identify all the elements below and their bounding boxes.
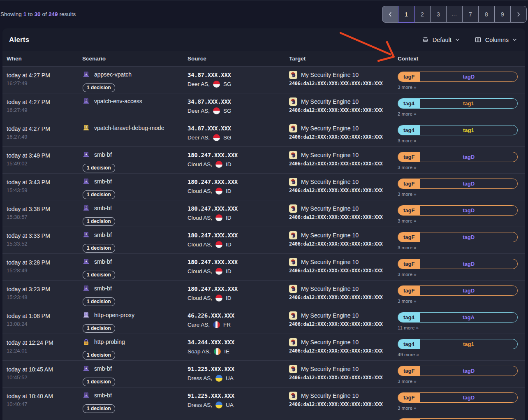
results-toolbar: Showing 1 to 30 of 249 results 123...789: [0, 0, 528, 28]
table-row[interactable]: today at 3:38 PM 15:38:57: [2, 200, 525, 227]
table-row[interactable]: today at 1:08 PM 13:08:24: [2, 307, 525, 334]
scenario-name: smb-bf: [94, 232, 112, 239]
target-ipv6: 2406:da12:XXX:XXX:XXX:XXX:XXX:XXX: [289, 348, 394, 354]
target-ipv6: 2406:da12:XXX:XXX:XXX:XXX:XXX:XXX: [289, 295, 394, 300]
table-row[interactable]: today at 3:43 PM 15:43:59: [2, 174, 525, 200]
country-code: IE: [224, 348, 229, 355]
context-cell: tag4 tag1 49 more »: [398, 338, 522, 357]
scenario-cell: smb-bf 1 decision: [82, 365, 188, 386]
decision-badge: 1 decision: [83, 84, 115, 92]
more-tags-link[interactable]: 3 more »: [398, 245, 518, 250]
scenario-cell: vpatch-env-access: [82, 97, 188, 107]
decision-badge: 1 decision: [83, 190, 115, 199]
source-cell: 34.87.XXX.XXX Deer AS, SG: [188, 71, 289, 88]
more-tags-link[interactable]: 2 more »: [398, 111, 518, 116]
scenario-name: http-open-proxy: [94, 312, 134, 319]
more-tags-link[interactable]: 3 more »: [398, 272, 518, 277]
scenario-name: vpatch-env-access: [94, 98, 142, 105]
source-ip: 180.247.XXX.XXX: [188, 285, 285, 292]
context-pill[interactable]: tagF tagD: [398, 259, 518, 269]
source-as-name: Cloud AS,: [188, 241, 212, 248]
page-button-8[interactable]: 8: [478, 6, 495, 23]
more-tags-link[interactable]: 49 more »: [398, 352, 518, 357]
table-row[interactable]: today at 3:49 PM 15:49:02: [2, 147, 525, 174]
next-page-button[interactable]: [510, 6, 527, 23]
columns-selector-label: Columns: [485, 37, 509, 43]
source-ip: 91.225.XXX.XXX: [188, 392, 285, 399]
tag-right: tagD: [420, 206, 517, 215]
table-row[interactable]: today at 4:27 PM 16:27:49: [2, 67, 525, 93]
more-tags-link[interactable]: 3 more »: [398, 165, 518, 170]
context-pill[interactable]: tagF tagD: [398, 366, 518, 376]
source-cell: 34.87.XXX.XXX Deer AS, SG: [188, 124, 289, 141]
target-name: My Security Engine 10: [301, 205, 359, 212]
laptop-purple-icon: [82, 97, 90, 107]
target-ipv6: 2406:da12:XXX:XXX:XXX:XXX:XXX:XXX: [289, 214, 394, 220]
columns-selector-dropdown[interactable]: Columns: [475, 36, 517, 43]
alert-time-relative: today at 10:45 AM: [7, 366, 78, 373]
view-selector-dropdown[interactable]: Default: [422, 36, 460, 43]
table-row[interactable]: today at 4:27 PM 16:27:49: [2, 93, 525, 120]
table-row[interactable]: today at 12:24 PM 12:24:01: [2, 334, 525, 361]
security-engine-icon: [289, 231, 297, 239]
alert-time-exact: 16:27:49: [7, 134, 78, 140]
lock-icon: [82, 338, 90, 348]
decision-badge: 1 decision: [83, 351, 115, 360]
page-button-3[interactable]: 3: [430, 6, 447, 23]
more-tags-link[interactable]: 3 more »: [398, 85, 518, 90]
table-row[interactable]: today at 4:27 PM 16:27:49: [2, 120, 525, 147]
more-tags-link[interactable]: 3 more »: [398, 218, 518, 223]
page-button-9[interactable]: 9: [494, 6, 511, 23]
target-cell: My Security Engine 10 2406:da12:XXX:XXX:…: [289, 338, 398, 354]
context-pill[interactable]: tagF tagD: [398, 179, 518, 189]
source-cell: 180.247.XXX.XXX Cloud AS, ID: [188, 178, 289, 195]
context-pill[interactable]: tagF tagD: [398, 205, 518, 216]
context-pill[interactable]: tag4 tag1: [398, 98, 518, 109]
source-as-name: Soap AS,: [188, 348, 211, 355]
more-tags-link[interactable]: 3 more »: [398, 192, 518, 197]
context-pill[interactable]: tag4 tag1: [398, 339, 518, 349]
context-pill[interactable]: tagF tagD: [398, 392, 518, 403]
when-cell: today at 3:23 PM 15:23:48: [7, 285, 82, 300]
results-from: 1: [23, 11, 27, 17]
table-row[interactable]: today at 3:23 PM 15:23:48: [2, 281, 525, 307]
partial-row[interactable]: tagF tagD: [2, 414, 525, 420]
more-tags-link[interactable]: 3 more »: [398, 138, 518, 143]
more-tags-link[interactable]: 11 more »: [398, 325, 518, 330]
summary-word: to: [28, 11, 32, 17]
tag-right: tagD: [420, 286, 517, 295]
more-tags-link[interactable]: 3 more »: [398, 299, 518, 304]
table-row[interactable]: today at 3:33 PM 15:33:52: [2, 227, 525, 254]
source-as-name: Dress AS,: [188, 402, 212, 408]
scenario-cell: smb-bf 1 decision: [82, 204, 188, 226]
target-name: My Security Engine 10: [301, 72, 359, 78]
target-ipv6: 2406:da12:XXX:XXX:XXX:XXX:XXX:XXX: [289, 375, 394, 381]
context-pill[interactable]: tagF tagD: [398, 418, 518, 420]
column-header-source: Source: [188, 56, 289, 62]
context-pill[interactable]: tagF tagD: [398, 152, 518, 162]
country-flag: [213, 134, 220, 141]
summary-word: results: [59, 11, 76, 17]
context-pill[interactable]: tag4 tagA: [398, 312, 518, 323]
context-pill[interactable]: tagF tagD: [398, 285, 518, 296]
more-tags-link[interactable]: 3 more »: [398, 379, 518, 384]
more-tags-link[interactable]: 3 more »: [398, 406, 518, 411]
tag-left: tag4: [398, 313, 420, 322]
prev-page-button[interactable]: [382, 6, 398, 23]
target-cell: My Security Engine 10 2406:da12:XXX:XXX:…: [289, 178, 398, 193]
scenario-name: smb-bf: [94, 258, 112, 266]
context-pill[interactable]: tagF tagD: [398, 72, 518, 82]
table-row[interactable]: today at 10:40 AM 10:40:47: [2, 388, 525, 414]
table-row[interactable]: today at 10:45 AM 10:45:52: [2, 361, 525, 388]
table-row[interactable]: today at 3:28 PM 15:28:49: [2, 254, 525, 281]
table-header-row: When Scenario Source Target Context: [2, 51, 525, 67]
page-button-1[interactable]: 1: [398, 6, 415, 23]
context-pill[interactable]: tagF tagD: [398, 232, 518, 242]
security-engine-icon: [289, 124, 297, 132]
target-name: My Security Engine 10: [301, 179, 359, 185]
when-cell: today at 1:08 PM 13:08:24: [7, 311, 82, 327]
context-cell: tag4 tagA 11 more »: [398, 311, 522, 330]
page-button-2[interactable]: 2: [414, 6, 431, 23]
context-pill[interactable]: tag4 tag1: [398, 125, 518, 135]
page-button-7[interactable]: 7: [462, 6, 479, 23]
